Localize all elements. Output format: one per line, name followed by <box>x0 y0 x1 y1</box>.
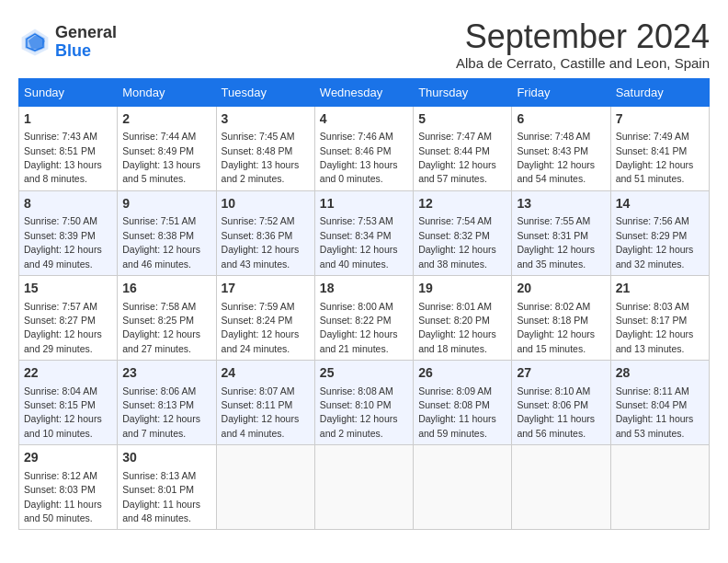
day-number: 1 <box>24 110 112 129</box>
col-friday: Friday <box>512 78 610 106</box>
sunrise-time: Sunrise: 7:44 AM <box>122 131 196 142</box>
calendar-week-row: 15 Sunrise: 7:57 AM Sunset: 8:27 PM Dayl… <box>19 275 710 360</box>
calendar-cell: 3 Sunrise: 7:45 AM Sunset: 8:48 PM Dayli… <box>216 106 314 190</box>
sunset-time: Sunset: 8:11 PM <box>222 399 293 410</box>
logo: General Blue <box>18 24 117 61</box>
day-number: 29 <box>24 449 112 467</box>
calendar-cell: 11 Sunrise: 7:53 AM Sunset: 8:34 PM Dayl… <box>314 190 413 275</box>
calendar-cell <box>512 445 610 530</box>
daylight-hours: Daylight: 12 hours and 4 minutes. <box>222 413 300 438</box>
sunrise-time: Sunrise: 7:52 AM <box>222 215 295 226</box>
sunrise-time: Sunrise: 8:07 AM <box>222 385 295 396</box>
day-number: 22 <box>24 364 112 383</box>
col-saturday: Saturday <box>610 78 709 106</box>
daylight-hours: Daylight: 12 hours and 54 minutes. <box>517 159 595 184</box>
calendar-cell: 25 Sunrise: 8:08 AM Sunset: 8:10 PM Dayl… <box>314 361 413 445</box>
calendar-cell <box>314 445 413 530</box>
sunrise-time: Sunrise: 8:03 AM <box>616 301 689 312</box>
daylight-hours: Daylight: 12 hours and 51 minutes. <box>616 159 694 184</box>
col-wednesday: Wednesday <box>314 78 413 106</box>
sunset-time: Sunset: 8:13 PM <box>122 399 194 410</box>
sunset-time: Sunset: 8:48 PM <box>222 145 293 156</box>
daylight-hours: Daylight: 12 hours and 40 minutes. <box>320 244 398 269</box>
calendar-week-row: 22 Sunrise: 8:04 AM Sunset: 8:15 PM Dayl… <box>19 361 710 445</box>
sunrise-time: Sunrise: 8:09 AM <box>418 385 492 396</box>
sunrise-time: Sunrise: 7:55 AM <box>517 215 590 226</box>
sunrise-time: Sunrise: 7:57 AM <box>24 301 97 312</box>
day-number: 16 <box>122 280 210 298</box>
calendar-cell: 2 Sunrise: 7:44 AM Sunset: 8:49 PM Dayli… <box>118 106 216 190</box>
sunset-time: Sunset: 8:20 PM <box>418 315 490 326</box>
sunrise-time: Sunrise: 7:47 AM <box>418 131 492 142</box>
calendar-cell: 12 Sunrise: 7:54 AM Sunset: 8:32 PM Dayl… <box>414 190 512 275</box>
col-sunday: Sunday <box>19 78 118 106</box>
calendar-week-row: 29 Sunrise: 8:12 AM Sunset: 8:03 PM Dayl… <box>19 445 710 530</box>
day-number: 15 <box>24 280 112 298</box>
calendar-week-row: 8 Sunrise: 7:50 AM Sunset: 8:39 PM Dayli… <box>19 190 710 275</box>
calendar-cell: 17 Sunrise: 7:59 AM Sunset: 8:24 PM Dayl… <box>216 275 314 360</box>
sunset-time: Sunset: 8:46 PM <box>320 145 392 156</box>
daylight-hours: Daylight: 12 hours and 35 minutes. <box>517 244 595 269</box>
day-number: 12 <box>418 195 506 213</box>
calendar-cell: 10 Sunrise: 7:52 AM Sunset: 8:36 PM Dayl… <box>216 190 314 275</box>
day-number: 3 <box>222 110 310 129</box>
sunset-time: Sunset: 8:01 PM <box>122 484 194 495</box>
day-number: 24 <box>222 364 310 383</box>
sunrise-time: Sunrise: 8:10 AM <box>517 385 590 396</box>
logo-general: General <box>55 24 117 42</box>
daylight-hours: Daylight: 11 hours and 56 minutes. <box>517 413 595 438</box>
sunset-time: Sunset: 8:24 PM <box>222 315 293 326</box>
sunrise-time: Sunrise: 8:12 AM <box>24 470 97 481</box>
day-number: 20 <box>517 280 605 298</box>
daylight-hours: Daylight: 11 hours and 50 minutes. <box>24 499 102 523</box>
day-number: 25 <box>320 364 408 383</box>
daylight-hours: Daylight: 13 hours and 5 minutes. <box>122 159 200 184</box>
sunrise-time: Sunrise: 8:11 AM <box>616 385 689 396</box>
sunset-time: Sunset: 8:27 PM <box>24 315 96 326</box>
sunset-time: Sunset: 8:34 PM <box>320 230 392 241</box>
sunrise-time: Sunrise: 8:02 AM <box>517 301 590 312</box>
sunset-time: Sunset: 8:39 PM <box>24 230 96 241</box>
daylight-hours: Daylight: 13 hours and 8 minutes. <box>24 159 102 184</box>
day-number: 27 <box>517 364 605 383</box>
day-number: 8 <box>24 195 112 213</box>
calendar-cell: 4 Sunrise: 7:46 AM Sunset: 8:46 PM Dayli… <box>314 106 413 190</box>
sunset-time: Sunset: 8:43 PM <box>517 145 588 156</box>
calendar-cell: 29 Sunrise: 8:12 AM Sunset: 8:03 PM Dayl… <box>19 445 118 530</box>
daylight-hours: Daylight: 12 hours and 7 minutes. <box>122 413 200 438</box>
sunrise-time: Sunrise: 7:46 AM <box>320 131 393 142</box>
sunset-time: Sunset: 8:04 PM <box>616 399 688 410</box>
calendar-cell: 27 Sunrise: 8:10 AM Sunset: 8:06 PM Dayl… <box>512 361 610 445</box>
logo-blue: Blue <box>55 42 117 61</box>
sunrise-time: Sunrise: 8:01 AM <box>418 301 492 312</box>
sunrise-time: Sunrise: 7:53 AM <box>320 215 393 226</box>
day-number: 4 <box>320 110 408 129</box>
sunrise-time: Sunrise: 7:50 AM <box>24 215 97 226</box>
day-number: 7 <box>616 110 704 129</box>
calendar-cell: 5 Sunrise: 7:47 AM Sunset: 8:44 PM Dayli… <box>414 106 512 190</box>
sunrise-time: Sunrise: 7:49 AM <box>616 131 689 142</box>
daylight-hours: Daylight: 12 hours and 15 minutes. <box>517 328 595 353</box>
month-title: September 2024 <box>456 18 710 55</box>
day-number: 5 <box>418 110 506 129</box>
daylight-hours: Daylight: 12 hours and 10 minutes. <box>24 413 102 438</box>
daylight-hours: Daylight: 12 hours and 18 minutes. <box>418 328 496 353</box>
day-number: 13 <box>517 195 605 213</box>
col-thursday: Thursday <box>414 78 512 106</box>
sunrise-time: Sunrise: 8:13 AM <box>122 470 196 481</box>
calendar-cell <box>610 445 709 530</box>
daylight-hours: Daylight: 12 hours and 49 minutes. <box>24 244 102 269</box>
calendar-cell: 6 Sunrise: 7:48 AM Sunset: 8:43 PM Dayli… <box>512 106 610 190</box>
sunrise-time: Sunrise: 7:54 AM <box>418 215 492 226</box>
calendar-week-row: 1 Sunrise: 7:43 AM Sunset: 8:51 PM Dayli… <box>19 106 710 190</box>
sunset-time: Sunset: 8:18 PM <box>517 315 588 326</box>
calendar-cell: 26 Sunrise: 8:09 AM Sunset: 8:08 PM Dayl… <box>414 361 512 445</box>
sunset-time: Sunset: 8:03 PM <box>24 484 96 495</box>
day-number: 26 <box>418 364 506 383</box>
calendar-cell: 18 Sunrise: 8:00 AM Sunset: 8:22 PM Dayl… <box>314 275 413 360</box>
day-number: 18 <box>320 280 408 298</box>
day-number: 9 <box>122 195 210 213</box>
daylight-hours: Daylight: 12 hours and 43 minutes. <box>222 244 300 269</box>
calendar-cell: 14 Sunrise: 7:56 AM Sunset: 8:29 PM Dayl… <box>610 190 709 275</box>
daylight-hours: Daylight: 12 hours and 57 minutes. <box>418 159 496 184</box>
